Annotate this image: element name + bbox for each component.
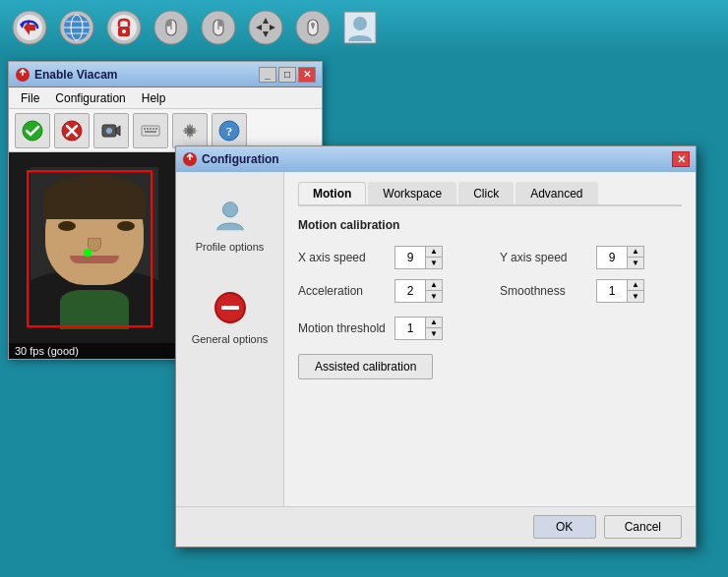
svg-rect-44 <box>152 128 154 130</box>
ok-button[interactable]: OK <box>533 515 596 539</box>
back-icon[interactable] <box>10 8 49 47</box>
motion-form-grid: X axis speed ▲ ▼ Y axis speed <box>298 246 682 303</box>
y-axis-speed-input[interactable] <box>597 247 627 268</box>
motion-threshold-arrows: ▲ ▼ <box>425 317 442 339</box>
x-axis-speed-row: X axis speed ▲ ▼ <box>298 246 480 269</box>
arrows-icon[interactable] <box>246 8 285 47</box>
app-title: Enable Viacam <box>34 68 118 82</box>
menu-configuration[interactable]: Configuration <box>47 89 133 107</box>
y-axis-speed-spinbox[interactable]: ▲ ▼ <box>596 246 644 269</box>
mouse1-icon[interactable] <box>152 8 191 47</box>
svg-point-31 <box>353 17 367 30</box>
x-axis-speed-down[interactable]: ▼ <box>426 258 442 268</box>
x-axis-speed-label: X axis speed <box>298 251 387 264</box>
lock-icon[interactable] <box>104 8 144 47</box>
config-close-button[interactable]: ✕ <box>672 151 690 167</box>
x-axis-speed-up[interactable]: ▲ <box>426 247 442 258</box>
section-title: Motion calibration <box>298 218 682 232</box>
y-axis-speed-row: Y axis speed ▲ ▼ <box>500 246 682 269</box>
titlebar-buttons: _ □ ✕ <box>259 67 316 83</box>
y-axis-speed-down[interactable]: ▼ <box>628 258 643 268</box>
x-axis-speed-input[interactable] <box>395 247 425 268</box>
menu-file[interactable]: File <box>13 89 47 107</box>
smoothness-row: Smoothness ▲ ▼ <box>500 279 682 303</box>
config-titlebar-left: Configuration <box>182 151 279 167</box>
minimize-button[interactable]: _ <box>259 67 276 83</box>
acceleration-up[interactable]: ▲ <box>426 280 442 291</box>
tab-advanced[interactable]: Advanced <box>516 182 597 204</box>
svg-rect-42 <box>147 128 149 130</box>
tab-click[interactable]: Click <box>458 182 514 204</box>
toolbar-cancel-button[interactable] <box>54 113 90 148</box>
svg-point-52 <box>222 202 237 217</box>
config-title: Configuration <box>202 152 279 166</box>
smoothness-label: Smoothness <box>500 284 588 298</box>
app-icon <box>15 67 30 83</box>
cancel-button[interactable]: Cancel <box>604 515 682 539</box>
toolbar-settings-button[interactable] <box>172 113 208 148</box>
config-body: Profile options General options Motion W… <box>176 172 696 506</box>
acceleration-down[interactable]: ▼ <box>426 291 442 302</box>
config-sidebar: Profile options General options <box>176 172 284 506</box>
svg-rect-41 <box>144 128 146 130</box>
general-option-icon <box>211 288 250 327</box>
assisted-calibration-button[interactable]: Assisted calibration <box>298 354 433 379</box>
motion-threshold-down[interactable]: ▼ <box>426 328 442 339</box>
profile-option-icon <box>211 196 250 235</box>
smoothness-arrows: ▲ ▼ <box>627 280 643 302</box>
maximize-button[interactable]: □ <box>278 67 296 83</box>
person-icon <box>212 197 249 234</box>
smoothness-spinbox[interactable]: ▲ ▼ <box>596 279 644 303</box>
svg-rect-43 <box>150 128 152 130</box>
webcam-icon <box>100 120 122 142</box>
svg-text:?: ? <box>226 124 233 139</box>
profile-option-label: Profile options <box>196 241 265 253</box>
acceleration-arrows: ▲ ▼ <box>425 280 442 302</box>
taskbar <box>0 0 728 55</box>
mouse-scroll-icon[interactable] <box>293 8 333 47</box>
acceleration-spinbox[interactable]: ▲ ▼ <box>394 279 443 303</box>
motion-threshold-spinbox[interactable]: ▲ ▼ <box>394 317 443 340</box>
smoothness-up[interactable]: ▲ <box>628 280 643 291</box>
config-footer: OK Cancel <box>176 506 696 547</box>
close-button[interactable]: ✕ <box>298 67 316 83</box>
general-option-label: General options <box>192 333 269 345</box>
tab-motion[interactable]: Motion <box>298 182 366 204</box>
y-axis-speed-label: Y axis speed <box>500 251 588 264</box>
config-tabs: Motion Workspace Click Advanced <box>298 182 682 206</box>
keyboard-icon <box>140 120 161 142</box>
toolbar-keyboard-button[interactable] <box>133 113 168 148</box>
acceleration-label: Acceleration <box>298 284 387 298</box>
motion-threshold-input[interactable] <box>395 317 425 339</box>
svg-rect-45 <box>155 128 157 130</box>
motion-threshold-up[interactable]: ▲ <box>426 317 442 328</box>
svg-rect-20 <box>218 20 223 27</box>
sidebar-general-option[interactable]: General options <box>180 280 279 353</box>
sidebar-profile-option[interactable]: Profile options <box>180 188 279 260</box>
x-axis-speed-spinbox[interactable]: ▲ ▼ <box>394 246 443 269</box>
tracking-dot <box>84 249 91 257</box>
x-axis-speed-arrows: ▲ ▼ <box>425 247 442 268</box>
help-icon: ? <box>218 120 240 142</box>
toolbar-check-button[interactable] <box>15 113 50 148</box>
y-axis-speed-arrows: ▲ ▼ <box>627 247 643 268</box>
config-titlebar: Configuration ✕ <box>176 146 696 172</box>
y-axis-speed-up[interactable]: ▲ <box>628 247 643 258</box>
motion-threshold-label: Motion threshold <box>298 321 387 335</box>
toolbar-webcam-button[interactable] <box>93 113 129 148</box>
profile-icon[interactable] <box>340 8 380 47</box>
svg-marker-38 <box>116 126 120 136</box>
smoothness-input[interactable] <box>597 280 627 302</box>
settings-icon <box>179 120 201 142</box>
globe-icon[interactable] <box>57 8 96 47</box>
config-titlebar-icon <box>182 151 198 167</box>
acceleration-input[interactable] <box>395 280 425 302</box>
smoothness-down[interactable]: ▼ <box>628 291 643 302</box>
mouse2-icon[interactable] <box>199 8 238 47</box>
toolbar-help-button[interactable]: ? <box>212 113 247 148</box>
cancel-icon <box>61 120 83 142</box>
menu-help[interactable]: Help <box>134 89 174 107</box>
tab-workspace[interactable]: Workspace <box>368 182 456 204</box>
acceleration-row: Acceleration ▲ ▼ <box>298 279 480 303</box>
svg-point-48 <box>187 128 193 134</box>
